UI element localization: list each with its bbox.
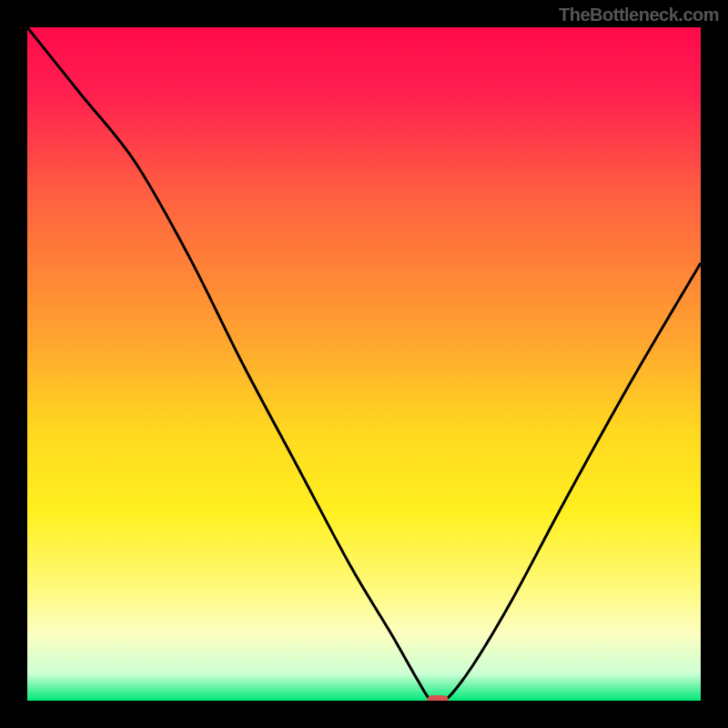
watermark-text: TheBottleneck.com: [559, 5, 719, 25]
chart-container: TheBottleneck.com: [0, 0, 728, 728]
optimal-point-marker: [427, 695, 449, 701]
plot-area: [27, 27, 701, 701]
curve-line: [27, 27, 701, 701]
bottleneck-curve: [27, 27, 701, 701]
